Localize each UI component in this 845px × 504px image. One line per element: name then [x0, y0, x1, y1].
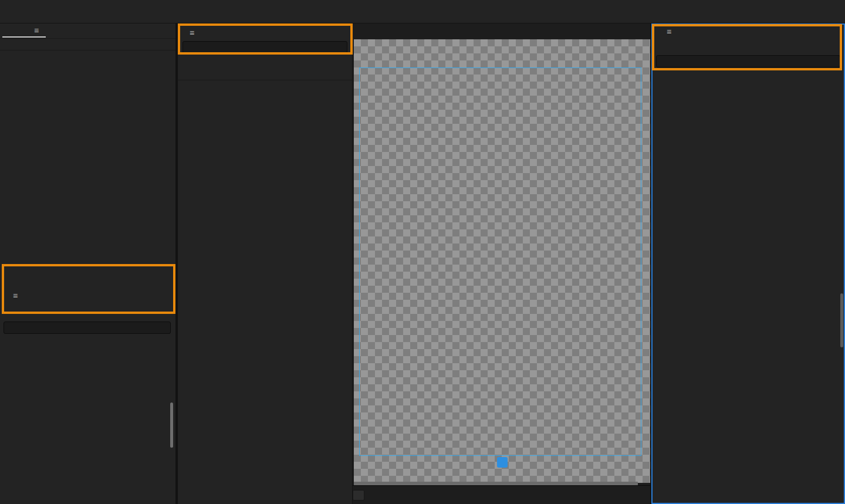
project-column-header: [0, 39, 175, 50]
add-to-scene-button[interactable]: [497, 457, 508, 468]
puppet-search-input[interactable]: [182, 41, 347, 53]
trigger-set-row[interactable]: [0, 306, 175, 320]
properties-panel: ≡: [651, 23, 845, 504]
project-panel-menu-icon[interactable]: ≡: [34, 26, 39, 35]
top-bar: [0, 0, 845, 23]
trigger-panel: ≡: [0, 287, 175, 504]
project-panel: ≡ ≡: [0, 23, 175, 504]
body-face-tag-diagram[interactable]: [651, 267, 845, 504]
scene-canvas[interactable]: [353, 23, 650, 504]
trigger-panel-menu-icon[interactable]: ≡: [13, 291, 18, 300]
project-footer-toolbar: [0, 249, 175, 263]
puppet-panel: ≡: [178, 23, 352, 504]
trigger-search-input[interactable]: [4, 322, 171, 334]
puppet-root-row[interactable]: [178, 56, 352, 68]
properties-scrollbar[interactable]: [840, 293, 843, 347]
home-button[interactable]: [8, 5, 25, 19]
zoom-dropdown-button[interactable]: [353, 490, 364, 500]
chloe-character-artwork[interactable]: [353, 23, 650, 485]
puppet-panel-menu-icon[interactable]: ≡: [190, 28, 194, 38]
tab-projekt-underline: [2, 36, 46, 38]
properties-search-input[interactable]: [656, 55, 840, 67]
trigger-scrollbar[interactable]: [170, 402, 173, 448]
project-panel-tabs: ≡: [0, 23, 175, 39]
puppet-panel-header: ≡: [185, 28, 194, 38]
properties-panel-title: ≡: [658, 27, 671, 36]
character-animator-app: ≡ ≡: [0, 0, 845, 504]
properties-target-row: [651, 41, 845, 53]
trigger-panel-title: ≡: [5, 291, 18, 300]
canvas-toolbar: [353, 485, 650, 504]
tree-column-header: [178, 69, 352, 80]
properties-panel-menu-icon[interactable]: ≡: [667, 27, 671, 36]
